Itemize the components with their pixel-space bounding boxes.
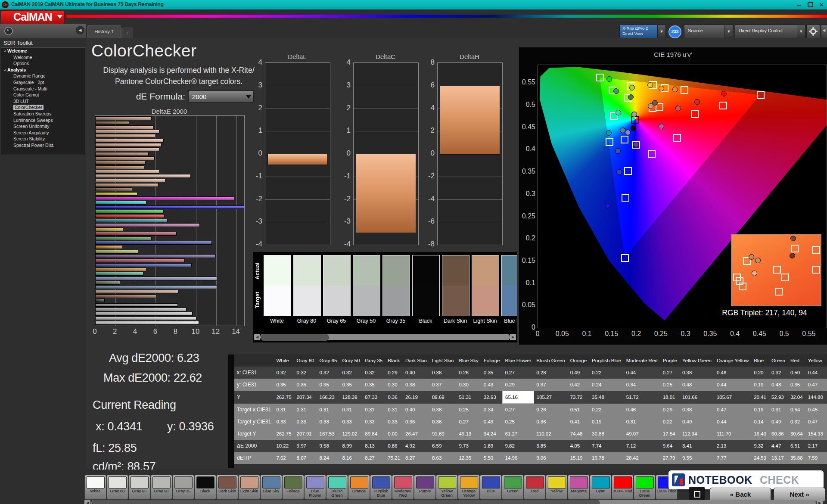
swatch-column-gray-50[interactable] xyxy=(353,255,380,316)
sidebar-item-welcome[interactable]: Welcome xyxy=(1,54,85,61)
notebookcheck-icon xyxy=(672,473,685,486)
patch-button-gray-65[interactable]: Gray 65 xyxy=(128,475,150,500)
maximize-button[interactable] xyxy=(805,1,816,9)
patch-button-orange[interactable]: Orange xyxy=(348,475,370,500)
swatch-column-white[interactable] xyxy=(264,255,291,316)
table-cell: 110.02 xyxy=(534,428,567,440)
scroll-right-icon[interactable]: ▶ xyxy=(510,334,516,340)
patch-button-100-green[interactable]: 100% Green xyxy=(634,475,656,500)
table-cell: 166.23 xyxy=(317,391,339,404)
sidebar-item-grayscale-2pt[interactable]: Grayscale - 2pt xyxy=(1,79,85,86)
swatch-column-light-skin[interactable] xyxy=(472,255,499,316)
patch-button-blue-sky[interactable]: Blue Sky xyxy=(260,475,282,500)
sidebar-item-saturation-sweeps[interactable]: Saturation Sweeps xyxy=(1,111,85,117)
sidebar-item-color-gamut[interactable]: Color Gamut xyxy=(1,92,85,98)
source-dropdown[interactable]: Source ▼ xyxy=(684,25,733,38)
tab-add[interactable]: + xyxy=(121,28,133,38)
scroll-left-icon[interactable]: ◀ xyxy=(84,500,90,504)
patch-button-yellow[interactable]: Yellow xyxy=(546,475,568,500)
patch-button-black[interactable]: Black xyxy=(194,475,216,500)
sidebar-item-colorchecker[interactable]: ColorChecker xyxy=(1,104,85,111)
table-cell: 105.27 xyxy=(534,391,567,404)
tab-history-1[interactable]: History 1 xyxy=(87,25,121,38)
swatch-column-black[interactable] xyxy=(412,255,440,316)
sidebar-item-grayscale-multi[interactable]: Grayscale - Multi xyxy=(1,86,85,92)
table-cell: 0.40 xyxy=(403,367,429,379)
sidebar-item-screen-angularity[interactable]: Screen Angularity xyxy=(1,130,85,136)
table-cell: 0.33 xyxy=(362,416,385,428)
meter-dropdown[interactable]: X-Rite i1Pro 2 Direct View ▼ xyxy=(619,25,666,38)
target-marker-23 xyxy=(606,138,613,146)
sidebar-item-screen-stability[interactable]: Screen Stability xyxy=(1,136,85,142)
calman-logo[interactable]: CalMAN xyxy=(1,10,65,24)
patch-button-red[interactable]: Red xyxy=(524,475,546,500)
table-cell: 0.38 xyxy=(429,404,457,416)
patch-button-purplish-blue[interactable]: Purplish Blue xyxy=(370,475,392,500)
patch-button-light-skin[interactable]: Light Skin xyxy=(238,475,260,500)
sidebar-radio-button[interactable] xyxy=(4,27,13,35)
next-label: Next xyxy=(790,491,804,498)
sidebar-item-spectral-power-dist-[interactable]: Spectral Power Dist. xyxy=(1,142,85,149)
sidebar-item-3d-lut[interactable]: 3D LUT xyxy=(1,98,85,105)
patch-button-blue-flower[interactable]: Blue Flower xyxy=(304,475,326,500)
sidebar-item-luminance-sweeps[interactable]: Luminance Sweeps xyxy=(1,117,85,124)
inset-target-marker xyxy=(739,283,746,290)
meter-count-badge[interactable]: 233 xyxy=(668,25,681,38)
table-cell: 15.19 xyxy=(568,452,589,464)
patch-button-foliage[interactable]: Foliage xyxy=(282,475,304,500)
patch-button-100-red[interactable]: 100% Red xyxy=(612,475,634,500)
sidebar-item-screen-uniformity[interactable]: Screen Uniformity xyxy=(1,123,85,130)
app-icon: CM xyxy=(2,1,9,8)
patch-button-moderate-red[interactable]: Moderate Red xyxy=(392,475,414,500)
patch-button-dark-skin[interactable]: Dark Skin xyxy=(216,475,238,500)
sidebar-item-options[interactable]: Options xyxy=(1,60,85,67)
display-control-dropdown[interactable]: Direct Display Control ▼ xyxy=(735,25,805,38)
sidebar-item-analysis[interactable]: Analysis xyxy=(1,67,85,73)
patch-button-gray-50[interactable]: Gray 50 xyxy=(150,475,172,500)
patch-button-blue[interactable]: Blue xyxy=(480,475,502,500)
deltae-bar xyxy=(95,139,164,143)
scroll-left-icon[interactable]: ◀ xyxy=(254,334,260,340)
swatch-column-gray-35[interactable] xyxy=(382,255,410,316)
patch-swatch xyxy=(218,476,236,488)
table-cell: 0.24 xyxy=(589,379,624,391)
table-cell: 0.31 xyxy=(769,404,788,416)
patch-swatch xyxy=(636,476,654,488)
close-button[interactable]: × xyxy=(816,1,827,9)
patch-button-gray-35[interactable]: Gray 35 xyxy=(172,475,194,500)
minimize-button[interactable] xyxy=(793,1,805,9)
patch-button-bluish-green[interactable]: Bluish Green xyxy=(326,475,348,500)
cie-y-tick: 0.55 xyxy=(519,78,535,86)
patch-button-green[interactable]: Green xyxy=(502,475,524,500)
swatch-scrollbar-thumb[interactable] xyxy=(261,334,329,341)
scroll-right-icon[interactable]: ▶ xyxy=(817,500,823,504)
swatch-column-gray-80[interactable] xyxy=(293,255,321,316)
patch-button-cyan[interactable]: Cyan xyxy=(590,475,612,500)
table-cell: 0.35 xyxy=(339,379,362,391)
inset-measured-marker xyxy=(790,253,795,258)
deltae-bar xyxy=(95,303,178,307)
swatch-column-dark-skin[interactable] xyxy=(442,255,469,316)
sidebar-item-welcome[interactable]: Welcome xyxy=(1,48,85,54)
swatch-column-gray-65[interactable] xyxy=(323,255,351,316)
swatch-column-blue-sky[interactable] xyxy=(501,255,517,316)
patch-button-gray-80[interactable]: Gray 80 xyxy=(106,475,128,500)
table-row-label: Target Y xyxy=(234,428,274,440)
panel-collapse-button[interactable]: ◀ xyxy=(821,25,827,38)
sidebar-collapse-button[interactable]: ◀ xyxy=(76,26,84,34)
sidebar-item-dynamic-range[interactable]: Dynamic Range xyxy=(1,73,85,79)
patch-button-yellow-green[interactable]: Yellow Green xyxy=(436,475,458,500)
patch-button-magenta[interactable]: Magenta xyxy=(568,475,590,500)
settings-button[interactable] xyxy=(806,25,820,38)
patch-button-white[interactable]: White xyxy=(84,475,106,500)
target-swatch xyxy=(294,286,320,316)
table-cell: 4.05 xyxy=(568,440,589,452)
table-cell: 30.64 xyxy=(788,428,805,440)
patch-button-orange-yellow[interactable]: Orange Yellow xyxy=(458,475,480,500)
patch-scrollbar-thumb[interactable] xyxy=(92,500,600,504)
patch-swatch xyxy=(109,476,127,488)
screen-icon-button[interactable] xyxy=(689,487,705,501)
formula-dropdown[interactable]: 2000 xyxy=(188,90,254,103)
deltae-bar xyxy=(95,210,164,214)
patch-button-purple[interactable]: Purple xyxy=(414,475,436,500)
